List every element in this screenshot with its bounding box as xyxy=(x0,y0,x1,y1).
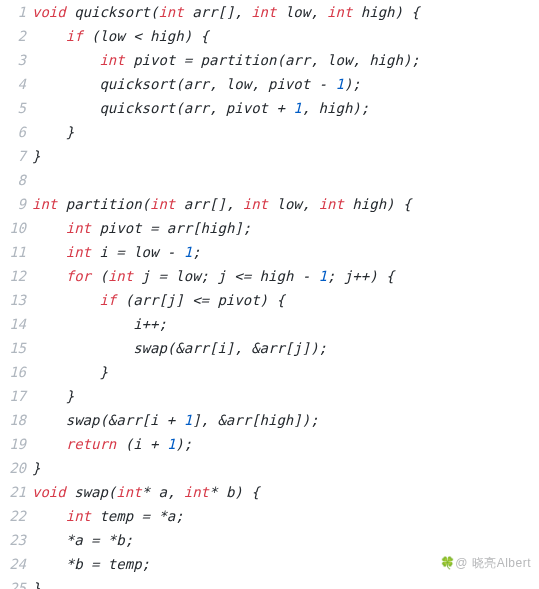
code-line: 21void swap(int* a, int* b) { xyxy=(0,480,539,504)
line-number: 1 xyxy=(0,0,32,24)
line-content: } xyxy=(32,120,74,144)
code-line: 15 swap(&arr[i], &arr[j]); xyxy=(0,336,539,360)
code-line: 22 int temp = *a; xyxy=(0,504,539,528)
line-number: 18 xyxy=(0,408,32,432)
code-line: 7} xyxy=(0,144,539,168)
code-line: 9int partition(int arr[], int low, int h… xyxy=(0,192,539,216)
line-number: 11 xyxy=(0,240,32,264)
code-line: 23 *a = *b; xyxy=(0,528,539,552)
line-content: void swap(int* a, int* b) { xyxy=(32,480,260,504)
line-number: 9 xyxy=(0,192,32,216)
code-line: 5 quicksort(arr, pivot + 1, high); xyxy=(0,96,539,120)
line-number: 15 xyxy=(0,336,32,360)
line-number: 19 xyxy=(0,432,32,456)
line-number: 8 xyxy=(0,168,32,192)
code-line: 17 } xyxy=(0,384,539,408)
line-number: 6 xyxy=(0,120,32,144)
line-content: swap(&arr[i + 1], &arr[high]); xyxy=(32,408,319,432)
line-content: return (i + 1); xyxy=(32,432,192,456)
code-line: 14 i++; xyxy=(0,312,539,336)
code-viewer: 1void quicksort(int arr[], int low, int … xyxy=(0,0,539,589)
code-line: 25} xyxy=(0,576,539,589)
code-line: 11 int i = low - 1; xyxy=(0,240,539,264)
line-content: int partition(int arr[], int low, int hi… xyxy=(32,192,411,216)
line-number: 3 xyxy=(0,48,32,72)
line-number: 23 xyxy=(0,528,32,552)
line-number: 16 xyxy=(0,360,32,384)
line-content: } xyxy=(32,456,40,480)
line-content: } xyxy=(32,360,108,384)
line-content: int temp = *a; xyxy=(32,504,184,528)
code-line: 18 swap(&arr[i + 1], &arr[high]); xyxy=(0,408,539,432)
line-content: quicksort(arr, low, pivot - 1); xyxy=(32,72,361,96)
code-line: 13 if (arr[j] <= pivot) { xyxy=(0,288,539,312)
line-number: 24 xyxy=(0,552,32,576)
line-content: swap(&arr[i], &arr[j]); xyxy=(32,336,327,360)
line-content: if (arr[j] <= pivot) { xyxy=(32,288,285,312)
line-number: 4 xyxy=(0,72,32,96)
line-number: 20 xyxy=(0,456,32,480)
line-number: 22 xyxy=(0,504,32,528)
line-content: i++; xyxy=(32,312,167,336)
code-line: 20} xyxy=(0,456,539,480)
code-line: 10 int pivot = arr[high]; xyxy=(0,216,539,240)
line-number: 2 xyxy=(0,24,32,48)
line-content: int i = low - 1; xyxy=(32,240,201,264)
line-content: *a = *b; xyxy=(32,528,133,552)
line-content: *b = temp; xyxy=(32,552,150,576)
line-number: 12 xyxy=(0,264,32,288)
line-number: 10 xyxy=(0,216,32,240)
line-content: quicksort(arr, pivot + 1, high); xyxy=(32,96,369,120)
code-line: 19 return (i + 1); xyxy=(0,432,539,456)
line-content: int pivot = arr[high]; xyxy=(32,216,251,240)
line-content: } xyxy=(32,576,40,589)
line-number: 13 xyxy=(0,288,32,312)
line-content: } xyxy=(32,144,40,168)
line-content: if (low < high) { xyxy=(32,24,209,48)
line-content: } xyxy=(32,384,74,408)
line-content: void quicksort(int arr[], int low, int h… xyxy=(32,0,420,24)
code-line: 3 int pivot = partition(arr, low, high); xyxy=(0,48,539,72)
line-number: 21 xyxy=(0,480,32,504)
code-line: 1void quicksort(int arr[], int low, int … xyxy=(0,0,539,24)
code-block: 1void quicksort(int arr[], int low, int … xyxy=(0,0,539,589)
line-number: 17 xyxy=(0,384,32,408)
code-line: 16 } xyxy=(0,360,539,384)
code-line: 12 for (int j = low; j <= high - 1; j++)… xyxy=(0,264,539,288)
code-line: 4 quicksort(arr, low, pivot - 1); xyxy=(0,72,539,96)
code-line: 8 xyxy=(0,168,539,192)
line-content: for (int j = low; j <= high - 1; j++) { xyxy=(32,264,394,288)
code-line: 6 } xyxy=(0,120,539,144)
watermark: 🍀@ 晓亮Albert xyxy=(440,551,531,575)
line-number: 25 xyxy=(0,576,32,589)
code-line: 2 if (low < high) { xyxy=(0,24,539,48)
line-number: 5 xyxy=(0,96,32,120)
line-number: 7 xyxy=(0,144,32,168)
line-content: int pivot = partition(arr, low, high); xyxy=(32,48,420,72)
line-number: 14 xyxy=(0,312,32,336)
